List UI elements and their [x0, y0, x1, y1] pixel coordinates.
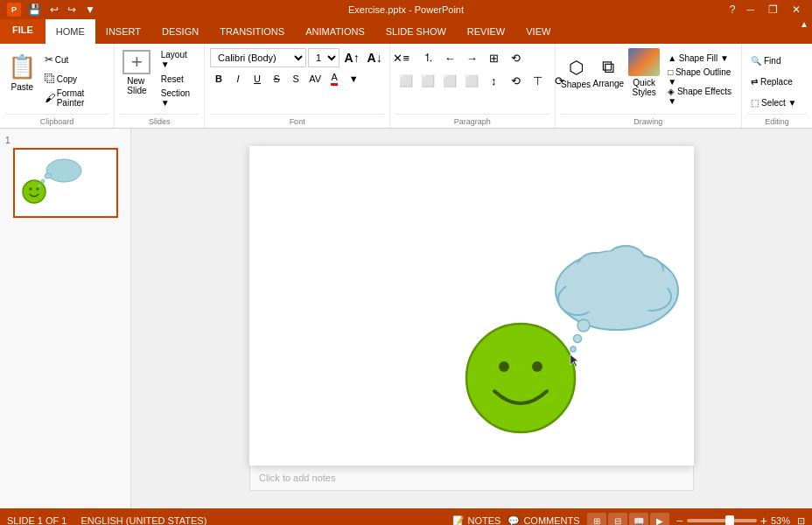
italic-btn[interactable]: I [229, 70, 247, 88]
smiley-face-shape[interactable] [464, 321, 578, 435]
font-name-selector[interactable]: Calibri (Body) [210, 48, 306, 67]
font-color-btn[interactable]: A [326, 70, 343, 88]
align-right-btn[interactable]: ⬜ [439, 70, 460, 91]
quick-undo-btn[interactable]: ↩ [48, 4, 60, 16]
svg-point-1 [29, 188, 32, 191]
minimize-btn[interactable]: ─ [742, 4, 759, 16]
quick-redo-btn[interactable]: ↪ [66, 4, 78, 16]
char-spacing-btn[interactable]: AV [306, 70, 324, 88]
quick-styles-label: QuickStyles [633, 78, 656, 97]
shapes-icon: ⬡ [569, 57, 584, 78]
shadow-btn[interactable]: S [287, 70, 304, 88]
inc-indent-btn[interactable]: → [461, 47, 482, 68]
new-slide-icon: + [122, 50, 150, 74]
tab-transitions[interactable]: TRANSITIONS [209, 19, 295, 44]
select-icon: ⬚ [751, 98, 759, 108]
quick-styles-button[interactable]: QuickStyles [626, 47, 662, 98]
reading-view-btn[interactable]: 📖 [629, 513, 648, 525]
slide-sorter-btn[interactable]: ⊟ [608, 513, 627, 525]
text-direction-btn[interactable]: ⟲ [505, 70, 526, 91]
strikethrough-btn[interactable]: S [268, 70, 285, 88]
normal-view-btn[interactable]: ⊞ [587, 513, 606, 525]
align-text-btn[interactable]: ⊤ [527, 70, 548, 91]
zoom-in-btn[interactable]: + [760, 514, 767, 525]
editing-group: 🔍 Find ⇄ Replace ⬚ Select ▼ Editing [742, 44, 812, 128]
drawing-group: ⬡ Shapes ⧉ Arrange QuickStyles ▲ Shape F… [556, 44, 742, 128]
paste-button[interactable]: 📋 Paste [5, 47, 39, 98]
replace-button[interactable]: ⇄ Replace [747, 72, 796, 91]
line-spacing-btn[interactable]: ↕ [483, 70, 504, 91]
svg-point-17 [466, 324, 575, 432]
new-slide-button[interactable]: + NewSlide [120, 47, 154, 98]
tab-insert[interactable]: INSERT [95, 19, 151, 44]
cut-button[interactable]: ✂Cut [41, 51, 109, 68]
zoom-area: − + 53% [676, 514, 790, 525]
status-bar: SLIDE 1 OF 1 ENGLISH (UNITED STATES) 📝 N… [0, 508, 812, 525]
find-icon: 🔍 [751, 56, 761, 66]
font-dd-btn[interactable]: ▼ [345, 70, 362, 88]
svg-point-18 [499, 361, 509, 372]
new-slide-label: NewSlide [127, 76, 146, 95]
zoom-slider[interactable] [687, 519, 757, 522]
help-icon[interactable]: ? [728, 4, 738, 16]
font-size-selector[interactable]: 18 [308, 48, 340, 67]
collapse-ribbon-btn[interactable]: ▲ [796, 19, 812, 44]
justify-btn[interactable]: ⬜ [461, 70, 482, 91]
font-label: Font [210, 114, 384, 126]
slide-thumbnail[interactable] [13, 148, 118, 218]
slideshow-view-btn[interactable]: ▶ [650, 513, 669, 525]
status-bar-right: 📝 NOTES 💬 COMMENTS ⊞ ⊟ 📖 ▶ − + 53% ⊡ [452, 513, 805, 525]
tab-slideshow[interactable]: SLIDE SHOW [375, 19, 457, 44]
format-painter-button[interactable]: 🖌Format Painter [41, 89, 109, 107]
layout-button[interactable]: Layout ▼ [158, 51, 199, 68]
language-info: ENGLISH (UNITED STATES) [80, 515, 206, 525]
zoom-level[interactable]: 53% [771, 515, 790, 525]
shrink-font-btn[interactable]: A↓ [364, 47, 385, 68]
cut-icon: ✂ [45, 53, 53, 66]
slide-canvas[interactable] [249, 146, 694, 466]
underline-btn[interactable]: U [248, 70, 266, 88]
zoom-thumb[interactable] [725, 515, 734, 525]
comments-btn[interactable]: 💬 COMMENTS [508, 515, 579, 526]
bold-btn[interactable]: B [210, 70, 228, 88]
tab-file[interactable]: FILE [0, 19, 46, 44]
thumb-bubble-icon [36, 157, 84, 190]
tab-review[interactable]: REVIEW [457, 19, 515, 44]
comments-icon: 💬 [508, 515, 520, 526]
find-button[interactable]: 🔍 Find [747, 51, 784, 70]
numbered-list-btn[interactable]: ⒈ [417, 47, 438, 68]
tab-view[interactable]: VIEW [515, 19, 561, 44]
align-center-btn[interactable]: ⬜ [417, 70, 438, 91]
shape-fill-btn[interactable]: ▲ Shape Fill ▼ [664, 49, 736, 66]
tab-home[interactable]: HOME [46, 19, 95, 44]
notes-area[interactable]: Click to add notes [249, 466, 694, 491]
dec-indent-btn[interactable]: ← [439, 47, 460, 68]
notes-btn[interactable]: 📝 NOTES [452, 515, 501, 526]
arrange-button[interactable]: ⧉ Arrange [593, 47, 625, 98]
slides-label: Slides [120, 114, 199, 126]
view-buttons: ⊞ ⊟ 📖 ▶ [587, 513, 669, 525]
reset-button[interactable]: Reset [158, 70, 199, 88]
close-btn[interactable]: ✕ [788, 4, 805, 16]
zoom-out-btn[interactable]: − [676, 514, 683, 525]
shape-effects-btn[interactable]: ◈ Shape Effects ▼ [664, 88, 736, 105]
quick-save-btn[interactable]: 💾 [26, 4, 43, 16]
shapes-label: Shapes [561, 80, 591, 89]
tab-design[interactable]: DESIGN [151, 19, 209, 44]
restore-btn[interactable]: ❐ [764, 4, 782, 16]
shapes-button[interactable]: ⬡ Shapes [561, 47, 592, 98]
align-left-btn[interactable]: ⬜ [396, 70, 416, 91]
shape-outline-btn[interactable]: □ Shape Outline ▼ [664, 68, 736, 86]
tab-animations[interactable]: ANIMATIONS [295, 19, 375, 44]
grow-font-btn[interactable]: A↑ [341, 47, 362, 68]
bullet-list-btn[interactable]: ≡ [396, 47, 416, 68]
select-button[interactable]: ⬚ Select ▼ [747, 93, 800, 112]
quick-customize-btn[interactable]: ▼ [83, 4, 97, 16]
copy-button[interactable]: ⿻Copy [41, 70, 109, 88]
fit-window-btn[interactable]: ⊡ [797, 515, 805, 526]
ribbon-groups: 📋 Paste ✂Cut ⿻Copy 🖌Format Painter Clipb… [0, 44, 812, 129]
section-button[interactable]: Section ▼ [158, 89, 199, 107]
columns-btn[interactable]: ⊞ [483, 47, 504, 68]
smart-art-btn[interactable]: ⟲ [505, 47, 526, 68]
svg-point-5 [41, 179, 45, 183]
